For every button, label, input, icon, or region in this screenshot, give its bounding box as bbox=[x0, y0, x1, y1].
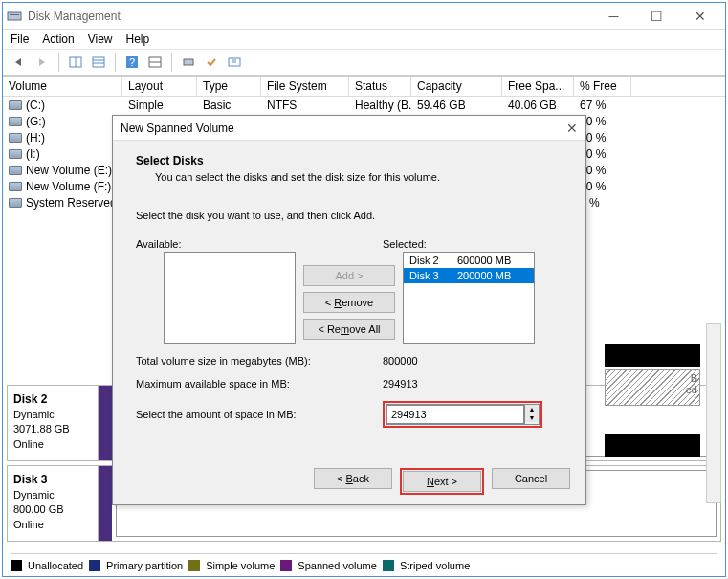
toolbar: ? bbox=[3, 49, 725, 76]
legend-simple: Simple volume bbox=[206, 560, 275, 571]
amount-highlight: ▲▼ bbox=[383, 401, 542, 428]
legend: Unallocated Primary partition Simple vol… bbox=[11, 553, 717, 572]
selected-row-disk3[interactable]: Disk 3200000 MB bbox=[404, 268, 534, 283]
next-button[interactable]: Next > bbox=[403, 471, 481, 492]
cancel-button[interactable]: Cancel bbox=[492, 468, 570, 489]
minimize-button[interactable]: ─ bbox=[592, 4, 635, 29]
svg-rect-1 bbox=[10, 14, 19, 15]
legend-spanned-swatch bbox=[280, 560, 292, 571]
removeall-button[interactable]: < Remove All bbox=[303, 319, 395, 340]
col-layout[interactable]: Layout bbox=[122, 77, 197, 96]
disk2-label: Disk 2 Dynamic 3071.88 GB Online bbox=[8, 386, 99, 460]
wizard-titlebar: New Spanned Volume ✕ bbox=[113, 116, 585, 141]
settings-icon[interactable] bbox=[224, 52, 245, 73]
legend-unallocated-swatch bbox=[11, 560, 22, 571]
available-listbox[interactable] bbox=[164, 252, 296, 344]
scrollbar[interactable] bbox=[706, 323, 721, 503]
col-type[interactable]: Type bbox=[197, 77, 261, 96]
wizard-title: New Spanned Volume bbox=[121, 122, 566, 135]
legend-striped: Striped volume bbox=[400, 560, 470, 571]
refresh-icon[interactable] bbox=[144, 52, 165, 73]
col-pctfree[interactable]: % Free bbox=[574, 77, 631, 96]
available-label: Available: bbox=[136, 238, 383, 250]
selected-label: Selected: bbox=[383, 238, 427, 250]
rescan-icon[interactable] bbox=[178, 52, 199, 73]
svg-text:?: ? bbox=[129, 56, 135, 68]
help-icon[interactable]: ? bbox=[121, 52, 143, 73]
col-volume[interactable]: Volume bbox=[3, 77, 122, 96]
legend-spanned: Spanned volume bbox=[298, 560, 377, 571]
menu-action[interactable]: Action bbox=[42, 33, 74, 46]
close-button[interactable]: ✕ bbox=[678, 4, 721, 29]
wizard-dialog: New Spanned Volume ✕ Select Disks You ca… bbox=[112, 115, 586, 505]
selected-row-disk2[interactable]: Disk 2600000 MB bbox=[404, 253, 534, 268]
col-freespace[interactable]: Free Spa... bbox=[502, 77, 574, 96]
menu-view[interactable]: View bbox=[88, 33, 113, 46]
max-space-value: 294913 bbox=[383, 378, 418, 390]
spin-up-icon[interactable]: ▲ bbox=[525, 405, 539, 413]
spin-down-icon[interactable]: ▼ bbox=[525, 413, 539, 422]
col-status[interactable]: Status bbox=[349, 77, 411, 96]
legend-simple-swatch bbox=[188, 560, 200, 571]
svg-rect-0 bbox=[8, 12, 21, 20]
disk2-stripe bbox=[99, 386, 112, 460]
check-icon[interactable] bbox=[201, 52, 222, 73]
add-button[interactable]: Add > bbox=[303, 265, 395, 286]
menu-help[interactable]: Help bbox=[126, 33, 150, 46]
next-highlight: Next > bbox=[400, 468, 484, 495]
back-button[interactable]: < Back bbox=[314, 468, 392, 489]
selected-listbox[interactable]: Disk 2600000 MB Disk 3200000 MB bbox=[403, 252, 535, 344]
col-capacity[interactable]: Capacity bbox=[411, 77, 502, 96]
maximize-button[interactable]: ☐ bbox=[635, 4, 678, 29]
svg-rect-4 bbox=[93, 57, 104, 67]
wizard-close-icon[interactable]: ✕ bbox=[566, 121, 578, 136]
amount-spinner[interactable]: ▲▼ bbox=[386, 404, 540, 425]
svg-rect-11 bbox=[184, 59, 193, 65]
remove-button[interactable]: < Remove bbox=[303, 292, 395, 313]
forward-icon[interactable] bbox=[32, 52, 53, 73]
menu-file[interactable]: File bbox=[11, 33, 29, 46]
disk3-label: Disk 3 Dynamic 800.00 GB Online bbox=[8, 466, 99, 541]
legend-primary: Primary partition bbox=[106, 560, 183, 571]
legend-striped-swatch bbox=[383, 560, 394, 571]
app-icon bbox=[7, 9, 22, 24]
wizard-instruct: Select the disk you want to use, and the… bbox=[136, 210, 563, 221]
titlebar: Disk Management ─ ☐ ✕ bbox=[3, 3, 725, 30]
view-list-icon[interactable] bbox=[88, 52, 109, 73]
total-size-value: 800000 bbox=[383, 355, 418, 367]
amount-input[interactable] bbox=[386, 405, 524, 424]
app-title: Disk Management bbox=[28, 10, 592, 23]
view-panes-icon[interactable] bbox=[65, 52, 86, 73]
back-icon[interactable] bbox=[9, 52, 30, 73]
wizard-heading: Select Disks bbox=[136, 154, 563, 167]
max-space-label: Maximum available space in MB: bbox=[136, 378, 383, 390]
amount-label: Select the amount of space in MB: bbox=[136, 409, 383, 420]
disk3-stripe bbox=[99, 466, 112, 541]
col-fs[interactable]: File System bbox=[261, 77, 349, 96]
volume-row[interactable]: (C:)SimpleBasicNTFSHealthy (B...59.46 GB… bbox=[3, 97, 725, 113]
legend-primary-swatch bbox=[89, 560, 100, 571]
menubar: File Action View Help bbox=[3, 30, 725, 49]
wizard-sub: You can select the disks and set the dis… bbox=[155, 171, 563, 183]
total-size-label: Total volume size in megabytes (MB): bbox=[136, 355, 383, 367]
legend-unallocated: Unallocated bbox=[28, 560, 83, 571]
volume-grid-header: Volume Layout Type File System Status Ca… bbox=[3, 76, 725, 97]
